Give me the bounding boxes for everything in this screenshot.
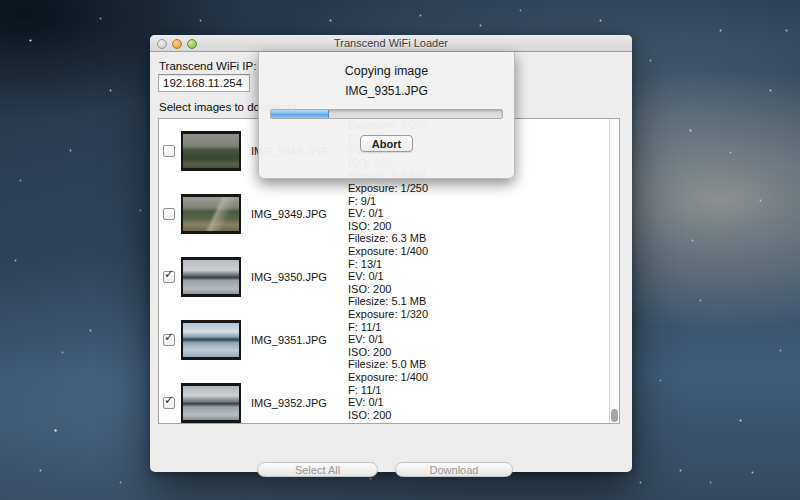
image-thumbnail bbox=[181, 194, 241, 234]
copy-dialog: Copying image IMG_9351.JPG Abort bbox=[258, 52, 515, 179]
ip-input[interactable] bbox=[158, 74, 250, 92]
checkmark-icon: ✓ bbox=[164, 395, 174, 405]
exif-line: ISO: 200 bbox=[348, 409, 428, 422]
scrollbar-thumb[interactable] bbox=[611, 409, 618, 422]
list-item: ✓IMG_9352.JPGExposure: 1/400F: 11/1EV: 0… bbox=[159, 371, 609, 424]
image-filename: IMG_9352.JPG bbox=[251, 397, 348, 409]
window-title: Transcend WiFi Loader bbox=[150, 37, 632, 49]
select-all-button[interactable]: Select All bbox=[257, 462, 378, 477]
image-exif: Exposure: 1/400F: 13/1EV: 0/1ISO: 200Fil… bbox=[348, 245, 428, 308]
image-thumbnail bbox=[181, 131, 241, 171]
image-exif: Exposure: 1/250F: 9/1EV: 0/1ISO: 200File… bbox=[348, 182, 428, 245]
exif-line: Exposure: 1/250 bbox=[348, 182, 428, 195]
list-item: ✓IMG_9350.JPGExposure: 1/400F: 13/1EV: 0… bbox=[159, 245, 609, 308]
progress-bar bbox=[270, 109, 503, 119]
exif-line: ISO: 200 bbox=[348, 220, 428, 233]
scrollbar[interactable] bbox=[609, 119, 619, 423]
image-filename: IMG_9351.JPG bbox=[251, 334, 348, 346]
exif-line: ISO: 200 bbox=[348, 283, 428, 296]
image-checkbox[interactable] bbox=[163, 145, 175, 157]
wallpaper-stars bbox=[0, 0, 1, 1]
exif-line: Exposure: 1/400 bbox=[348, 371, 428, 384]
ip-label: Transcend WiFi IP: bbox=[159, 60, 256, 72]
checkmark-icon: ✓ bbox=[164, 332, 174, 342]
exif-line: Filesize: 6.3 MB bbox=[348, 232, 428, 245]
image-filename: IMG_9349.JPG bbox=[251, 208, 348, 220]
exif-line: Exposure: 1/400 bbox=[348, 245, 428, 258]
exif-line: F: 13/1 bbox=[348, 258, 428, 271]
app-window: Transcend WiFi Loader Transcend WiFi IP:… bbox=[150, 35, 632, 472]
exif-line: EV: 0/1 bbox=[348, 396, 428, 409]
image-filename: IMG_9350.JPG bbox=[251, 271, 348, 283]
exif-line: EV: 0/1 bbox=[348, 207, 428, 220]
exif-line: F: 9/1 bbox=[348, 195, 428, 208]
exif-line: EV: 0/1 bbox=[348, 333, 428, 346]
progress-fill bbox=[271, 110, 329, 118]
exif-line: ISO: 200 bbox=[348, 346, 428, 359]
exif-line: Filesize: 5.2 MB bbox=[348, 421, 428, 424]
dialog-filename: IMG_9351.JPG bbox=[345, 84, 428, 98]
desktop-wallpaper: Transcend WiFi Loader Transcend WiFi IP:… bbox=[0, 0, 800, 500]
exif-line: Filesize: 5.0 MB bbox=[348, 358, 428, 371]
image-checkbox[interactable] bbox=[163, 208, 175, 220]
image-checkbox[interactable]: ✓ bbox=[163, 271, 175, 283]
download-button[interactable]: Download bbox=[395, 462, 513, 477]
image-thumbnail bbox=[181, 257, 241, 297]
exif-line: F: 11/1 bbox=[348, 384, 428, 397]
list-item: IMG_9349.JPGExposure: 1/250F: 9/1EV: 0/1… bbox=[159, 182, 609, 245]
checkmark-icon: ✓ bbox=[164, 269, 174, 279]
image-exif: Exposure: 1/320F: 11/1EV: 0/1ISO: 200Fil… bbox=[348, 308, 428, 371]
exif-line: F: 11/1 bbox=[348, 321, 428, 334]
exif-line: Filesize: 5.1 MB bbox=[348, 295, 428, 308]
image-thumbnail bbox=[181, 383, 241, 423]
image-exif: Exposure: 1/400F: 11/1EV: 0/1ISO: 200Fil… bbox=[348, 371, 428, 424]
image-checkbox[interactable]: ✓ bbox=[163, 397, 175, 409]
exif-line: EV: 0/1 bbox=[348, 270, 428, 283]
list-item: ✓IMG_9351.JPGExposure: 1/320F: 11/1EV: 0… bbox=[159, 308, 609, 371]
exif-line: Exposure: 1/320 bbox=[348, 308, 428, 321]
dialog-title: Copying image bbox=[345, 64, 428, 78]
image-thumbnail bbox=[181, 320, 241, 360]
image-checkbox[interactable]: ✓ bbox=[163, 334, 175, 346]
abort-button[interactable]: Abort bbox=[360, 135, 413, 152]
window-titlebar[interactable]: Transcend WiFi Loader bbox=[150, 35, 632, 52]
